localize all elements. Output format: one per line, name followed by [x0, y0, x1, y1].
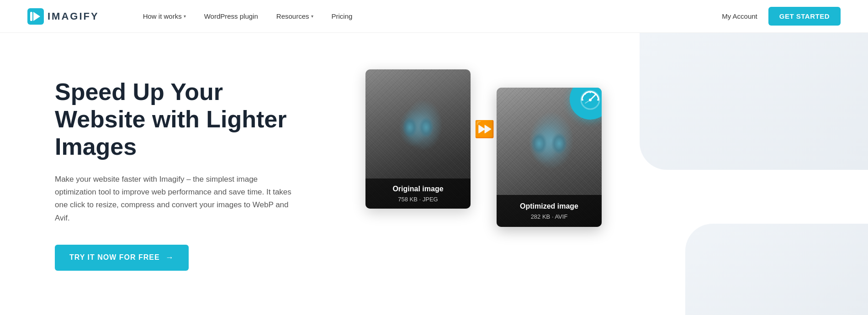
- logo-link[interactable]: IMAGIFY: [27, 8, 99, 25]
- get-started-button[interactable]: GET STARTED: [768, 7, 841, 26]
- try-it-now-button[interactable]: TRY IT NOW FOR FREE →: [55, 245, 189, 271]
- my-account-link[interactable]: My Account: [722, 12, 757, 20]
- nav-item-resources[interactable]: Resources ▾: [269, 9, 321, 24]
- logo-text: IMAGIFY: [48, 10, 99, 22]
- optimized-image-sub: 282 KB · AVIF: [531, 213, 568, 220]
- svg-line-11: [585, 100, 590, 103]
- hero-section: Speed Up Your Website with Lighter Image…: [0, 33, 868, 315]
- navbar: IMAGIFY How it works ▾ WordPress plugin …: [0, 0, 868, 33]
- logo-icon: [27, 8, 44, 25]
- nav-right: My Account GET STARTED: [722, 7, 841, 26]
- bg-decoration-bottom-right: [685, 224, 868, 315]
- original-image-label: Original image 758 KB · JPEG: [365, 178, 471, 209]
- forward-arrows-icon: ⏩: [474, 120, 493, 139]
- nav-links: How it works ▾ WordPress plugin Resource…: [136, 9, 722, 24]
- svg-rect-1: [30, 12, 32, 21]
- chevron-down-icon: ▾: [184, 14, 186, 19]
- arrow-icon: →: [165, 253, 174, 262]
- optimized-image-title: Optimized image: [501, 202, 597, 210]
- nav-item-pricing[interactable]: Pricing: [324, 9, 360, 24]
- hero-content: Speed Up Your Website with Lighter Image…: [55, 60, 338, 271]
- nav-item-how-it-works[interactable]: How it works ▾: [136, 9, 193, 24]
- arrows-container: ⏩: [471, 120, 497, 139]
- original-image-card: Original image 758 KB · JPEG: [365, 69, 471, 209]
- original-image-title: Original image: [370, 185, 466, 193]
- svg-line-7: [585, 94, 586, 94]
- optimized-image-label: Optimized image 282 KB · AVIF: [497, 195, 602, 227]
- chevron-down-icon: ▾: [311, 14, 313, 19]
- hero-title: Speed Up Your Website with Lighter Image…: [55, 79, 320, 160]
- original-image-sub: 758 KB · JPEG: [398, 196, 438, 203]
- hero-visual: Original image 758 KB · JPEG ⏩: [338, 60, 841, 227]
- hero-description: Make your website faster with Imagify – …: [55, 173, 292, 224]
- optimized-image-card: Optimized image 282 KB · AVIF: [497, 88, 602, 227]
- nav-item-wordpress-plugin[interactable]: WordPress plugin: [197, 9, 265, 24]
